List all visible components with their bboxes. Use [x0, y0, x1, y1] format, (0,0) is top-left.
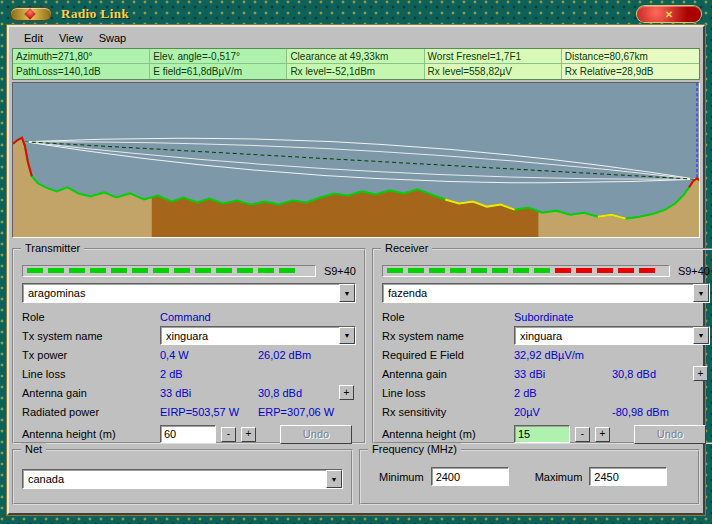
dropdown-arrow-icon[interactable]: ▼ [339, 327, 355, 344]
frequency-groupbox: Frequency (MHz) Minimum Maximum [359, 449, 700, 505]
meter-segment [450, 268, 466, 273]
tx-erp-value: ERP=307,06 W [258, 406, 334, 418]
titlebar-ornament-icon [11, 8, 51, 20]
rx-efield-row: Required E Field 32,92 dBµV/m [382, 345, 710, 364]
close-icon: ✕ [665, 9, 673, 20]
dropdown-arrow-icon[interactable]: ▼ [693, 327, 709, 344]
window-frame: Radio Link ✕ Edit View Swap Azimuth=271,… [0, 0, 712, 524]
meter-segment [111, 268, 127, 273]
rx-lineloss-label: Line loss [382, 387, 514, 399]
tx-signal-meter [22, 265, 316, 277]
info-azimuth: Azimuth=271,80° [13, 49, 150, 64]
net-select[interactable]: canada ▼ [22, 469, 343, 489]
tx-meter-label: S9+40 [324, 265, 356, 277]
tx-system-label: Tx system name [22, 330, 160, 342]
rx-meter-row: S9+40 [382, 262, 710, 279]
rx-meter-label: S9+40 [678, 265, 710, 277]
info-worst-fresnel: Worst Fresnel=1,7F1 [425, 49, 562, 64]
rx-height-minus-button[interactable]: - [575, 427, 590, 442]
rx-gain-plus-button[interactable]: + [693, 366, 708, 381]
tx-gain-label: Antenna gain [22, 387, 160, 399]
menu-view[interactable]: View [51, 30, 91, 46]
dropdown-arrow-icon[interactable]: ▼ [326, 470, 342, 488]
meter-segment [387, 268, 403, 273]
meter-segment [513, 268, 529, 273]
frequency-max-input[interactable] [589, 467, 667, 486]
tx-gain-dbi: 33 dBi [160, 387, 258, 399]
tx-gain-plus-button[interactable]: + [339, 385, 354, 400]
rx-lineloss-row: Line loss 2 dB [382, 383, 710, 402]
tx-rx-row: Transmitter S9+40 aragominas ▼ Role Comm… [12, 243, 700, 444]
transmitter-group-label: Transmitter [21, 242, 84, 254]
tx-power-watts: 0,4 W [160, 349, 258, 361]
meter-segment [174, 268, 190, 273]
meter-segment [279, 268, 295, 273]
meter-segment [237, 268, 253, 273]
receiver-group-label: Receiver [381, 242, 432, 254]
rx-gain-dbi: 33 dBi [514, 368, 612, 380]
link-status-panel: Azimuth=271,80° Elev. angle=-0,517° Clea… [12, 48, 700, 80]
meter-segment [597, 268, 613, 273]
dropdown-arrow-icon[interactable]: ▼ [693, 284, 709, 302]
meter-segment [195, 268, 211, 273]
rx-lineloss-value: 2 dB [514, 387, 537, 399]
tx-unit-value: aragominas [23, 284, 339, 302]
rx-sensitivity-row: Rx sensitivity 20µV -80,98 dBm [382, 402, 710, 421]
tx-gain-dbd: 30,8 dBd [258, 387, 302, 399]
receiver-groupbox: Receiver S9+40 fazenda ▼ Role Subordinat… [372, 248, 712, 444]
menu-swap[interactable]: Swap [91, 30, 135, 46]
meter-segment [639, 268, 655, 273]
window-title: Radio Link [61, 6, 129, 22]
rx-gain-row: Antenna gain 33 dBi 30,8 dBd + [382, 364, 710, 383]
tx-height-minus-button[interactable]: - [221, 427, 236, 442]
rx-sensitivity-uv: 20µV [514, 406, 612, 418]
meter-segment [471, 268, 487, 273]
meter-segment [216, 268, 232, 273]
frequency-min-input[interactable] [431, 467, 509, 486]
tx-system-row: Tx system name xinguara ▼ [22, 326, 356, 345]
tx-eirp-value: EIRP=503,57 W [160, 406, 258, 418]
tx-meter-row: S9+40 [22, 262, 356, 279]
tx-height-input[interactable] [160, 425, 216, 443]
tx-height-plus-button[interactable]: + [241, 427, 256, 442]
rx-unit-select[interactable]: fazenda ▼ [382, 283, 710, 303]
meter-segment [429, 268, 445, 273]
info-e-field: E field=61,8dBµV/m [150, 64, 287, 79]
meter-segment [69, 268, 85, 273]
info-rx-relative: Rx Relative=28,9dB [562, 64, 699, 79]
rx-height-row: Antenna height (m) - + Undo [382, 423, 710, 445]
rx-height-plus-button[interactable]: + [595, 427, 610, 442]
client-area: Edit View Swap Azimuth=271,80° Elev. ang… [7, 25, 705, 515]
tx-undo-button[interactable]: Undo [280, 425, 352, 444]
rx-signal-meter [382, 265, 670, 277]
rx-role-value: Subordinate [514, 311, 573, 323]
menubar: Edit View Swap [12, 28, 700, 47]
dropdown-arrow-icon[interactable]: ▼ [339, 284, 355, 302]
rx-system-row: Rx system name xinguara ▼ [382, 326, 710, 345]
close-button[interactable]: ✕ [637, 6, 701, 22]
rx-undo-button[interactable]: Undo [634, 425, 706, 444]
rx-system-select[interactable]: xinguara ▼ [514, 326, 710, 345]
meter-segment [534, 268, 550, 273]
tx-role-value: Command [160, 311, 211, 323]
menu-edit[interactable]: Edit [16, 30, 51, 46]
rx-height-label: Antenna height (m) [382, 428, 514, 440]
rx-system-value: xinguara [515, 327, 693, 344]
frequency-max-pair: Maximum [535, 467, 668, 486]
info-elev-angle: Elev. angle=-0,517° [150, 49, 287, 64]
meter-segment [618, 268, 634, 273]
rx-system-label: Rx system name [382, 330, 514, 342]
tx-system-select[interactable]: xinguara ▼ [160, 326, 356, 345]
tx-unit-select[interactable]: aragominas ▼ [22, 283, 356, 303]
terrain-profile-chart[interactable] [12, 82, 700, 238]
tx-radiated-row: Radiated power EIRP=503,57 W ERP=307,06 … [22, 402, 356, 421]
titlebar: Radio Link ✕ [7, 3, 705, 25]
meter-segment [132, 268, 148, 273]
frequency-fields: Minimum Maximum [369, 467, 690, 486]
rx-gain-label: Antenna gain [382, 368, 514, 380]
rx-height-input[interactable] [514, 425, 570, 443]
frequency-min-pair: Minimum [379, 467, 509, 486]
frequency-max-label: Maximum [535, 471, 583, 483]
transmitter-groupbox: Transmitter S9+40 aragominas ▼ Role Comm… [12, 248, 366, 444]
rx-role-row: Role Subordinate [382, 307, 710, 326]
